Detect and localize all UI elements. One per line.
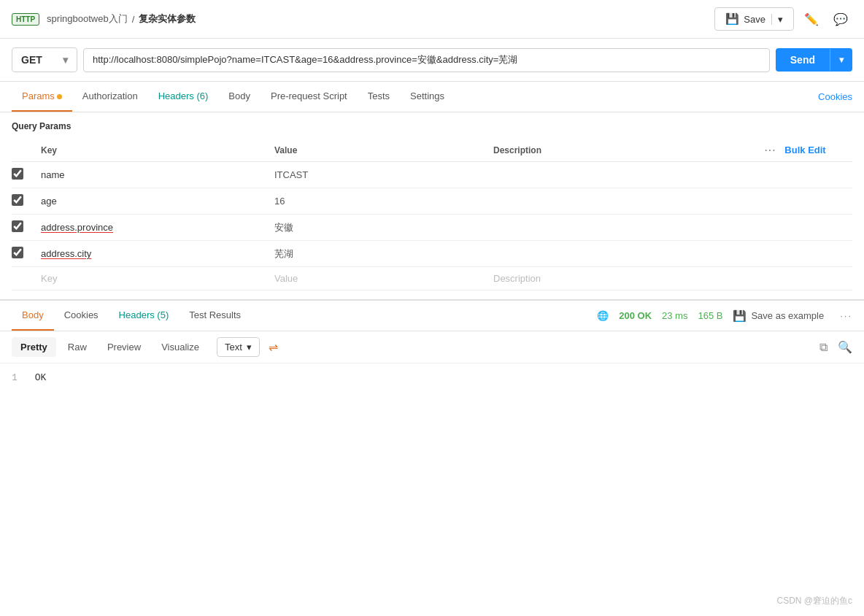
fmt-tab-preview[interactable]: Preview [99, 337, 150, 357]
params-section: Query Params Key Value Description ··· B… [0, 112, 864, 299]
resp-tab-body[interactable]: Body [12, 301, 54, 331]
save-label: Save [744, 14, 765, 25]
row-checkbox-city[interactable] [12, 247, 23, 258]
resp-tab-test-results[interactable]: Test Results [179, 301, 251, 331]
key-name[interactable]: name [41, 169, 65, 180]
tab-cookies-link[interactable]: Cookies [818, 82, 852, 111]
fmt-tab-raw[interactable]: Raw [59, 337, 96, 357]
col-header-key: Key [41, 139, 274, 162]
col-header-actions: ··· Bulk Edit [765, 139, 852, 162]
top-bar-actions: 💾 Save ▾ ✏️ 💬 [714, 7, 852, 31]
placeholder-value[interactable]: Value [274, 273, 298, 284]
globe-icon: 🌐 [597, 310, 609, 321]
text-format-label: Text [225, 342, 242, 353]
resp-tab-headers[interactable]: Headers (5) [109, 301, 180, 331]
table-row: address.province 安徽 [12, 215, 852, 241]
tab-tests[interactable]: Tests [358, 82, 400, 112]
row-checkbox-age[interactable] [12, 194, 23, 206]
tab-settings[interactable]: Settings [400, 82, 455, 112]
key-age[interactable]: age [41, 196, 57, 207]
tab-prerequest[interactable]: Pre-request Script [261, 82, 358, 112]
response-size: 165 B [698, 310, 722, 321]
tab-headers[interactable]: Headers (6) [148, 82, 219, 112]
table-row: age 16 [12, 188, 852, 215]
watermark: CSDN @窘迫的鱼c [776, 595, 852, 607]
key-province[interactable]: address.province [41, 222, 113, 233]
breadcrumb-separator: / [132, 14, 135, 25]
value-age[interactable]: 16 [274, 196, 285, 207]
edit-button[interactable]: ✏️ [800, 8, 823, 31]
save-example-button[interactable]: 💾 Save as example [733, 309, 824, 323]
response-tabs: Body Cookies Headers (5) Test Results 🌐 … [0, 301, 864, 331]
line-number: 1 [12, 372, 18, 383]
params-dot [57, 94, 62, 99]
tab-body[interactable]: Body [218, 82, 261, 112]
resp-tab-cookies[interactable]: Cookies [54, 301, 109, 331]
copy-icon[interactable]: ⧉ [819, 341, 828, 354]
response-section: Body Cookies Headers (5) Test Results 🌐 … [0, 299, 864, 392]
response-content: OK [35, 372, 47, 383]
save-dropdown-arrow[interactable]: ▾ [771, 14, 783, 25]
http-badge: HTTP [12, 13, 39, 26]
response-time: 23 ms [662, 310, 687, 321]
status-code: 200 OK [619, 310, 652, 321]
key-city[interactable]: address.city [41, 248, 91, 259]
send-dropdown-arrow[interactable]: ▾ [830, 49, 852, 71]
method-dropdown-arrow: ▾ [63, 54, 68, 66]
send-label: Send [776, 48, 830, 72]
response-more-options[interactable]: ··· [840, 310, 852, 321]
breadcrumb-root[interactable]: springbootweb入门 [47, 12, 128, 26]
response-status: 🌐 200 OK 23 ms 165 B 💾 Save as example ·… [597, 309, 852, 323]
response-body: 1 OK [0, 363, 864, 392]
table-row-placeholder: Key Value Description [12, 267, 852, 290]
url-input[interactable] [83, 48, 770, 72]
table-row: name ITCAST [12, 162, 852, 188]
request-tabs: Params Authorization Headers (6) Body Pr… [0, 82, 864, 112]
tab-authorization[interactable]: Authorization [72, 82, 148, 112]
value-province[interactable]: 安徽 [274, 222, 293, 233]
text-format-select[interactable]: Text ▾ [217, 337, 260, 357]
top-bar: HTTP springbootweb入门 / 复杂实体参数 💾 Save ▾ ✏… [0, 0, 864, 39]
placeholder-desc[interactable]: Description [493, 273, 541, 284]
placeholder-key[interactable]: Key [41, 273, 57, 284]
row-checkbox-province[interactable] [12, 220, 23, 232]
fmt-tab-visualize[interactable]: Visualize [153, 337, 208, 357]
value-name[interactable]: ITCAST [274, 169, 308, 180]
table-row: address.city 芜湖 [12, 241, 852, 267]
format-tabs: Pretty Raw Preview Visualize Text ▾ ⇌ ⧉ … [0, 331, 864, 363]
search-icon[interactable]: 🔍 [838, 340, 852, 354]
wrap-icon[interactable]: ⇌ [269, 340, 278, 354]
breadcrumb: springbootweb入门 / 复杂实体参数 [47, 12, 196, 26]
more-options-icon[interactable]: ··· [765, 145, 776, 155]
tab-params[interactable]: Params [12, 82, 72, 112]
value-city[interactable]: 芜湖 [274, 248, 293, 259]
col-header-description: Description [493, 139, 765, 162]
fmt-tab-pretty[interactable]: Pretty [12, 337, 56, 357]
breadcrumb-current: 复杂实体参数 [139, 12, 196, 26]
save-example-icon: 💾 [733, 309, 747, 323]
col-header-value: Value [274, 139, 493, 162]
comment-button[interactable]: 💬 [829, 8, 852, 31]
save-icon: 💾 [725, 12, 739, 26]
params-table: Key Value Description ··· Bulk Edit name… [12, 139, 852, 290]
method-select[interactable]: GET ▾ [12, 47, 77, 72]
text-format-arrow: ▾ [247, 342, 252, 353]
method-label: GET [21, 54, 42, 66]
url-bar: GET ▾ Send ▾ [0, 39, 864, 82]
save-button[interactable]: 💾 Save ▾ [714, 7, 794, 31]
save-example-label: Save as example [751, 310, 824, 321]
query-params-title: Query Params [12, 121, 852, 131]
bulk-edit-button[interactable]: Bulk Edit [784, 145, 825, 155]
row-checkbox-name[interactable] [12, 168, 23, 180]
send-button[interactable]: Send ▾ [776, 48, 852, 72]
col-header-check [12, 139, 41, 162]
